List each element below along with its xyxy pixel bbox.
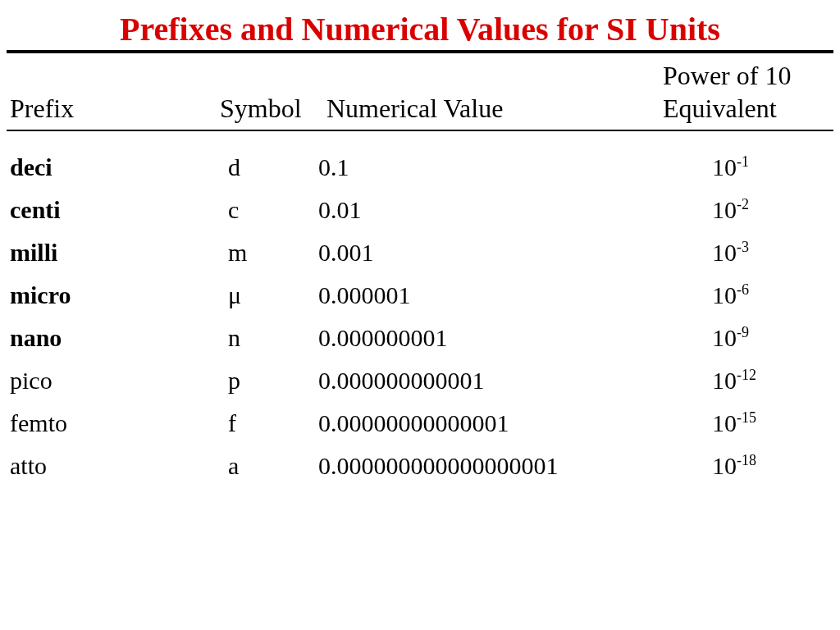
cell-prefix: pico (7, 366, 187, 395)
cell-numerical-value: 0.00000000000001 (318, 409, 630, 438)
cell-prefix: nano (7, 323, 187, 353)
cell-power-of-10: 10-12 (630, 366, 827, 395)
header-power-of-10: Power of 10 (630, 60, 827, 91)
header-symbol: Symbol (187, 93, 318, 124)
power-exponent: -18 (737, 452, 756, 468)
cell-symbol: c (187, 195, 318, 225)
page-title: Prefixes and Numerical Values for SI Uni… (7, 10, 833, 48)
table-header: Power of 10 Prefix Symbol Numerical Valu… (7, 53, 833, 130)
power-base: 10 (712, 452, 737, 479)
cell-numerical-value: 0.01 (318, 195, 630, 225)
cell-power-of-10: 10-6 (630, 281, 827, 310)
cell-power-of-10: 10-15 (630, 409, 827, 438)
cell-numerical-value: 0.000001 (318, 281, 630, 310)
header-blank-3 (318, 60, 630, 91)
cell-power-of-10: 10-2 (630, 195, 827, 225)
cell-numerical-value: 0.1 (318, 153, 630, 182)
cell-symbol: m (187, 238, 318, 267)
power-exponent: -15 (737, 409, 756, 426)
cell-prefix: atto (7, 451, 187, 481)
si-prefix-table-page: Prefixes and Numerical Values for SI Uni… (0, 0, 840, 487)
cell-power-of-10: 10-1 (630, 153, 827, 182)
cell-prefix: centi (7, 195, 187, 225)
power-exponent: -12 (737, 367, 756, 383)
power-base: 10 (712, 153, 737, 180)
table-body: decid0.110-1centic0.0110-2millim0.00110-… (7, 131, 833, 487)
cell-symbol: f (187, 409, 318, 438)
header-blank-1 (7, 60, 187, 91)
cell-symbol: n (187, 323, 318, 353)
table-row: attoa0.00000000000000000110-18 (7, 445, 833, 487)
power-base: 10 (712, 324, 737, 351)
cell-prefix: femto (7, 409, 187, 438)
cell-numerical-value: 0.000000000000000001 (318, 451, 630, 481)
header-prefix: Prefix (7, 93, 187, 124)
cell-prefix: milli (7, 238, 187, 267)
power-exponent: -9 (737, 324, 749, 340)
cell-power-of-10: 10-3 (630, 238, 827, 267)
table-header-row-2: Prefix Symbol Numerical Value Equivalent (7, 93, 833, 124)
table-row: millim0.00110-3 (7, 231, 833, 274)
power-base: 10 (712, 409, 737, 436)
power-base: 10 (712, 281, 737, 308)
table-row: picop0.00000000000110-12 (7, 359, 833, 402)
power-exponent: -2 (737, 196, 749, 212)
power-base: 10 (712, 196, 737, 223)
cell-numerical-value: 0.000000000001 (318, 366, 630, 395)
power-exponent: -1 (737, 153, 749, 170)
cell-power-of-10: 10-9 (630, 323, 827, 353)
power-exponent: -6 (737, 281, 749, 298)
cell-prefix: micro (7, 281, 187, 310)
table-row: femtof0.0000000000000110-15 (7, 402, 833, 445)
header-numval: Numerical Value (318, 93, 630, 124)
cell-numerical-value: 0.001 (318, 238, 630, 267)
table-row: centic0.0110-2 (7, 189, 833, 231)
cell-symbol: a (187, 451, 318, 481)
power-exponent: -3 (737, 239, 749, 255)
cell-numerical-value: 0.000000001 (318, 323, 630, 353)
cell-power-of-10: 10-18 (630, 451, 827, 481)
table-row: microμ0.00000110-6 (7, 274, 833, 317)
cell-symbol: μ (187, 281, 318, 310)
header-equivalent: Equivalent (630, 93, 827, 124)
power-base: 10 (712, 367, 737, 394)
cell-symbol: d (187, 153, 318, 182)
table-header-row-1: Power of 10 (7, 60, 833, 93)
power-base: 10 (712, 239, 737, 266)
header-blank-2 (187, 60, 318, 91)
cell-prefix: deci (7, 153, 187, 182)
table-row: decid0.110-1 (7, 146, 833, 189)
table-row: nanon0.00000000110-9 (7, 317, 833, 359)
cell-symbol: p (187, 366, 318, 395)
